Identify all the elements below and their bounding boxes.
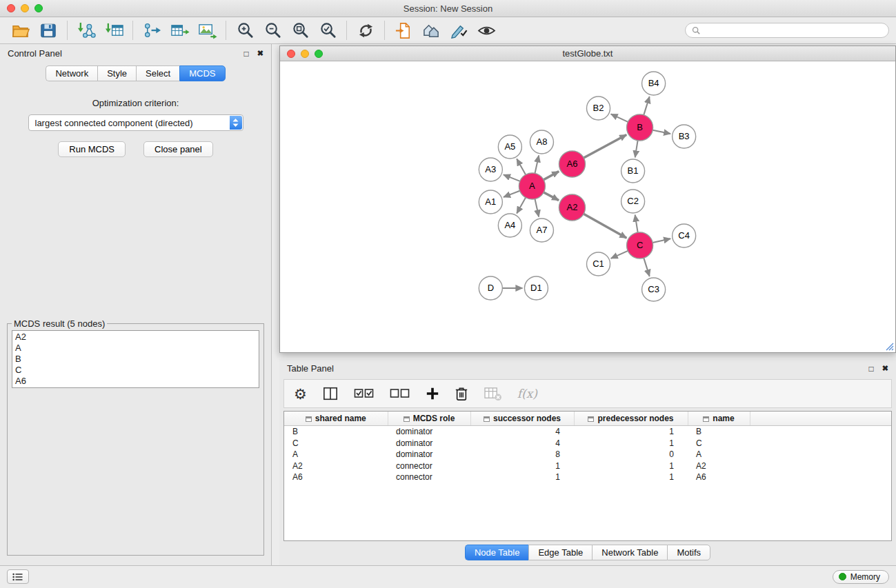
show-hide-view-button[interactable] — [472, 19, 500, 41]
tab-edge-table[interactable]: Edge Table — [528, 545, 592, 560]
network-minimize-button[interactable] — [301, 50, 309, 58]
mcds-result-list[interactable]: A2ABCA6 — [12, 330, 259, 388]
node-B4[interactable]: B4 — [642, 72, 666, 95]
zoom-out-button[interactable] — [259, 19, 286, 41]
export-table-button[interactable] — [166, 19, 193, 41]
tab-mcds[interactable]: MCDS — [179, 65, 225, 81]
column-header-shared-name[interactable]: shared name — [284, 412, 388, 426]
network-canvas[interactable]: B4B2BB3A8A5A6A3B1AA1C2A2A4A7C4CC1C3DD1 — [280, 61, 895, 352]
node-C[interactable]: C — [627, 232, 653, 258]
node-B1[interactable]: B1 — [621, 159, 645, 183]
search-box[interactable] — [685, 23, 889, 38]
memory-button[interactable]: Memory — [833, 570, 889, 584]
edge-A-A7[interactable] — [535, 199, 539, 217]
import-network-button[interactable] — [72, 19, 100, 41]
edge-A-A3[interactable] — [504, 174, 520, 181]
node-A1[interactable]: A1 — [479, 190, 502, 214]
column-header-predecessor-nodes[interactable]: predecessor nodes — [574, 412, 688, 426]
table-row[interactable]: Adominator80A — [284, 449, 891, 460]
save-session-button[interactable] — [34, 19, 62, 41]
edge-C-C4[interactable] — [653, 239, 670, 243]
close-panel-button[interactable]: Close panel — [143, 141, 213, 157]
node-A2[interactable]: A2 — [559, 194, 585, 221]
tab-network[interactable]: Network — [46, 65, 97, 81]
node-C1[interactable]: C1 — [586, 252, 610, 276]
edge-C-C3[interactable] — [644, 258, 649, 276]
criterion-dropdown[interactable]: largest connected component (directed) — [28, 114, 243, 131]
edge-B-B3[interactable] — [653, 130, 670, 134]
network-zoom-button[interactable] — [315, 50, 323, 58]
node-C3[interactable]: C3 — [642, 278, 666, 301]
edge-B-B1[interactable] — [635, 141, 638, 157]
edge-A-A5[interactable] — [517, 159, 526, 174]
result-item[interactable]: C — [15, 365, 256, 376]
edge-C-C1[interactable] — [611, 251, 628, 258]
edge-A-A8[interactable] — [535, 156, 539, 174]
export-image-button[interactable] — [193, 19, 221, 41]
edge-A-A4[interactable] — [517, 198, 526, 214]
table-row[interactable]: A2connector11A2 — [284, 460, 891, 472]
function-builder-button[interactable]: f(x) — [517, 387, 537, 401]
zoom-in-button[interactable] — [231, 19, 259, 41]
table-options-button[interactable]: ⚙ — [294, 387, 307, 401]
node-C4[interactable]: C4 — [673, 224, 696, 247]
tab-style[interactable]: Style — [97, 65, 136, 81]
zoom-fit-button[interactable] — [286, 19, 314, 41]
node-A5[interactable]: A5 — [498, 135, 521, 159]
result-item[interactable]: A — [15, 343, 256, 354]
node-B3[interactable]: B3 — [673, 125, 696, 148]
add-row-button[interactable] — [426, 387, 439, 401]
table-row[interactable]: Cdominator41C — [284, 438, 891, 449]
open-network-document-button[interactable] — [390, 19, 417, 41]
tab-node-table[interactable]: Node Table — [465, 545, 529, 560]
edge-A-A1[interactable] — [504, 191, 520, 197]
edge-B-B2[interactable] — [611, 114, 628, 122]
result-item[interactable]: A2 — [15, 332, 256, 343]
tab-motifs[interactable]: Motifs — [667, 545, 710, 560]
column-header-name[interactable]: name — [688, 412, 750, 426]
node-B2[interactable]: B2 — [586, 97, 610, 120]
edge-C-C2[interactable] — [635, 215, 638, 232]
resize-grip-icon[interactable] — [885, 342, 894, 351]
node-A8[interactable]: A8 — [530, 130, 553, 154]
network-close-button[interactable] — [287, 50, 295, 58]
delete-table-button[interactable] — [484, 386, 502, 402]
delete-rows-button[interactable] — [455, 386, 468, 401]
result-item[interactable]: A6 — [15, 376, 256, 387]
insert-column-button[interactable] — [322, 386, 339, 401]
deselect-all-button[interactable] — [390, 387, 410, 400]
node-B[interactable]: B — [627, 114, 653, 141]
edge-A2-C[interactable] — [584, 214, 626, 238]
node-A4[interactable]: A4 — [498, 214, 521, 237]
zoom-window-button[interactable] — [34, 4, 43, 12]
node-A[interactable]: A — [519, 173, 545, 199]
node-A7[interactable]: A7 — [530, 219, 553, 242]
column-header-MCDS-role[interactable]: MCDS role — [388, 412, 470, 426]
minimize-window-button[interactable] — [21, 4, 29, 12]
node-D[interactable]: D — [479, 276, 502, 300]
tab-network-table[interactable]: Network Table — [592, 545, 667, 560]
select-all-button[interactable] — [354, 387, 375, 400]
export-network-button[interactable] — [138, 19, 166, 41]
edge-A-A6[interactable] — [544, 172, 559, 180]
node-A6[interactable]: A6 — [559, 151, 585, 177]
column-header-successor-nodes[interactable]: successor nodes — [470, 412, 574, 426]
run-mcds-button[interactable]: Run MCDS — [58, 141, 126, 157]
show-panels-button[interactable] — [7, 569, 29, 584]
edge-A-A2[interactable] — [544, 192, 559, 201]
apply-layout-button[interactable] — [352, 19, 379, 41]
close-panel-icon[interactable]: ✖ — [257, 49, 263, 58]
node-A3[interactable]: A3 — [479, 158, 502, 181]
tab-select[interactable]: Select — [136, 65, 179, 81]
import-table-button[interactable] — [100, 19, 128, 41]
home-views-button[interactable] — [417, 19, 445, 41]
open-session-button[interactable] — [7, 19, 34, 41]
node-C2[interactable]: C2 — [621, 190, 645, 213]
zoom-selected-button[interactable] — [314, 19, 341, 41]
result-item[interactable]: B — [15, 354, 256, 365]
table-row[interactable]: A6connector11A6 — [284, 472, 891, 483]
search-input[interactable] — [704, 25, 882, 36]
table-row[interactable]: Bdominator41B — [284, 426, 891, 438]
edge-A6-B[interactable] — [584, 134, 626, 157]
float-table-panel-icon[interactable]: □ — [869, 364, 874, 374]
